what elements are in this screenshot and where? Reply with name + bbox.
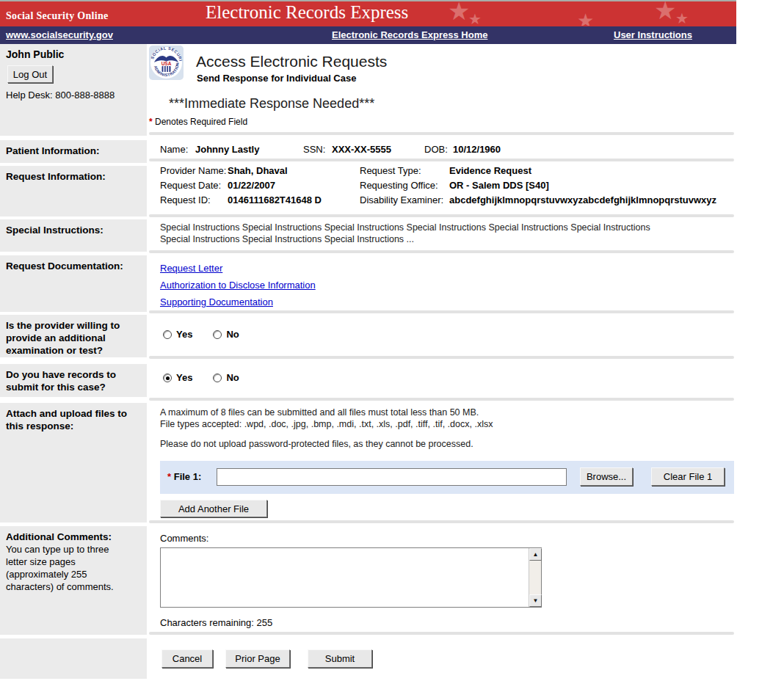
authorization-disclose-link[interactable]: Authorization to Disclose Information <box>160 280 316 291</box>
patient-name-label: Name: <box>160 144 188 155</box>
records-question-label: Do you have records to submit for this c… <box>6 368 137 393</box>
exam-no-radio[interactable] <box>213 330 222 339</box>
page: ★ ★ ★ ★ ★ Social Security Online Electro… <box>0 0 784 681</box>
sidebar-label-request-info: Request Information: <box>0 166 147 216</box>
requesting-office-label: Requesting Office: <box>360 180 438 191</box>
records-yes-radio[interactable] <box>163 374 172 382</box>
ssa-online-brand: Social Security Online <box>6 10 109 22</box>
sidebar-records-question: Do you have records to submit for this c… <box>0 364 147 397</box>
exam-no-label[interactable]: No <box>226 329 239 340</box>
records-yes-label[interactable]: Yes <box>176 372 192 383</box>
seal-usa-text: USA <box>161 61 172 66</box>
comments-box: ▲ ▼ <box>160 547 542 608</box>
characters-remaining: Characters remaining: 255 <box>160 617 272 628</box>
sidebar-additional-comments: Additional Comments: You can type up to … <box>0 526 147 635</box>
disability-examiner-value: abcdefghijklmnopqrstuvwxyzabcdefghijklmn… <box>449 194 716 205</box>
divider <box>149 310 734 313</box>
cancel-button[interactable]: Cancel <box>161 649 213 668</box>
required-note: * Denotes Required Field <box>149 117 247 127</box>
exam-question-label: Is the provider willing to provide an ad… <box>6 319 137 357</box>
scroll-down-icon[interactable]: ▼ <box>529 594 542 607</box>
sidebar-user-panel: John Public Log Out Help Desk: 800-888-8… <box>0 44 147 136</box>
divider <box>149 250 734 253</box>
patient-dob-value: 10/12/1960 <box>453 144 501 155</box>
request-date-value: 01/22/2007 <box>228 180 275 191</box>
divider <box>149 159 734 161</box>
urgent-banner: ***Immediate Response Needed*** <box>169 96 374 112</box>
browse-button[interactable]: Browse... <box>580 467 633 486</box>
ssa-seal-icon: SOCIAL SECURITY ADMINISTRATION USA <box>149 45 184 80</box>
records-no-radio[interactable] <box>213 374 222 382</box>
patient-ssn-value: XXX-XX-5555 <box>332 144 391 155</box>
request-id-value: 0146111682T41648 D <box>228 194 322 205</box>
request-date-label: Request Date: <box>160 180 221 191</box>
patient-ssn-label: SSN: <box>303 144 325 155</box>
request-id-label: Request ID: <box>160 194 211 205</box>
exam-yes-label[interactable]: Yes <box>176 329 192 340</box>
file1-label-text: File 1: <box>174 471 202 482</box>
file1-label: * File 1: <box>167 471 201 482</box>
additional-comments-label: Additional Comments: <box>6 531 139 543</box>
divider <box>149 214 734 217</box>
divider <box>149 356 734 359</box>
star-icon: ★ <box>468 12 482 26</box>
navbar: www.socialsecurity.gov Electronic Record… <box>0 26 736 44</box>
patient-name-value: Johnny Lastly <box>195 144 259 155</box>
divider <box>149 632 734 635</box>
additional-comments-note: You can type up to three letter size pag… <box>6 543 132 593</box>
requesting-office-value: OR - Salem DDS [S40] <box>449 180 549 191</box>
required-asterisk: * <box>149 117 153 127</box>
nav-socialsecurity-gov-link[interactable]: www.socialsecurity.gov <box>6 29 113 40</box>
logout-button[interactable]: Log Out <box>7 65 53 83</box>
submit-button[interactable]: Submit <box>308 649 372 668</box>
divider <box>149 132 734 135</box>
page-title: Access Electronic Requests <box>196 53 387 70</box>
request-type-value: Evidence Request <box>449 165 531 176</box>
file1-row: * File 1: Browse... Clear File 1 <box>160 461 734 494</box>
header-banner: ★ ★ ★ ★ ★ Social Security Online Electro… <box>0 1 736 26</box>
patient-dob-label: DOB: <box>424 144 448 155</box>
exam-question-radios: Yes No <box>163 329 239 340</box>
disability-examiner-label: Disability Examiner: <box>360 194 443 205</box>
clear-file1-button[interactable]: Clear File 1 <box>651 467 725 486</box>
banner-title: Electronic Records Express <box>206 2 408 23</box>
scroll-up-icon[interactable]: ▲ <box>529 548 542 561</box>
provider-name-label: Provider Name: <box>160 165 226 176</box>
user-name: John Public <box>6 48 139 61</box>
add-another-file-button[interactable]: Add Another File <box>160 500 267 517</box>
sidebar-label-request-documentation: Request Documentation: <box>0 255 147 312</box>
records-no-label[interactable]: No <box>226 372 239 383</box>
comments-label: Comments: <box>160 533 208 544</box>
exam-yes-radio[interactable] <box>163 330 172 339</box>
star-icon: ★ <box>448 1 470 23</box>
star-icon: ★ <box>675 11 689 26</box>
help-desk-text: Help Desk: 800-888-8888 <box>6 89 139 101</box>
records-question-radios: Yes No <box>163 372 239 383</box>
sidebar-label-special-instructions: Special Instructions: <box>0 219 147 252</box>
comments-scrollbar[interactable]: ▲ ▼ <box>529 548 541 607</box>
file1-required-asterisk: * <box>167 471 171 482</box>
special-instructions-label: Special Instructions: <box>6 224 139 236</box>
patient-info-label: Patient Information: <box>6 145 139 157</box>
file1-input[interactable] <box>217 468 567 486</box>
request-info-label: Request Information: <box>6 170 139 183</box>
request-type-label: Request Type: <box>360 165 421 176</box>
nav-ere-home-link[interactable]: Electronic Records Express Home <box>332 29 487 40</box>
nav-user-instructions-link[interactable]: User Instructions <box>614 29 692 40</box>
upload-rule-1: A maximum of 8 files can be submitted an… <box>160 407 479 418</box>
divider <box>149 398 734 401</box>
provider-name-value: Shah, Dhaval <box>228 165 288 176</box>
sidebar-empty-block <box>0 638 147 679</box>
upload-rule-3: Please do not upload password-protected … <box>160 439 473 449</box>
request-letter-link[interactable]: Request Letter <box>160 263 222 274</box>
supporting-documentation-link[interactable]: Supporting Documentation <box>160 296 273 307</box>
prior-page-button[interactable]: Prior Page <box>225 649 290 668</box>
scrollbar-track[interactable] <box>529 561 541 594</box>
star-icon: ★ <box>654 1 676 23</box>
sidebar-attach-files: Attach and upload files to this response… <box>0 403 147 522</box>
sidebar-exam-question: Is the provider willing to provide an ad… <box>0 315 147 357</box>
attach-files-label: Attach and upload files to this response… <box>6 407 139 432</box>
divider <box>149 520 734 523</box>
comments-textarea[interactable] <box>161 548 529 607</box>
request-documentation-label: Request Documentation: <box>6 260 139 272</box>
